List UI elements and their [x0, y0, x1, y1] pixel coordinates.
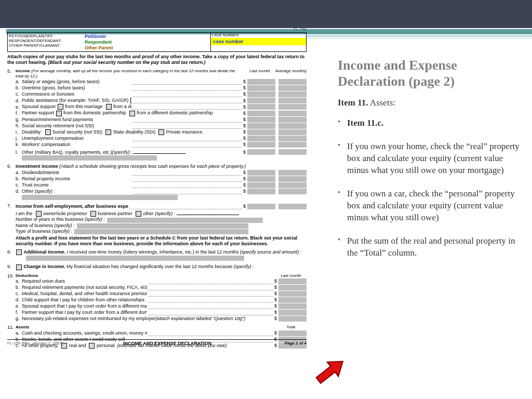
val-petitioner: Petitioner [85, 34, 209, 39]
svg-marker-0 [313, 354, 348, 388]
bullet-1: Item 11.c. [338, 117, 520, 129]
amount-box[interactable] [247, 79, 275, 85]
instructions: Attach copies of your pay stubs for the … [7, 54, 307, 65]
bullet-2: If you own your home, check the “real” p… [338, 141, 520, 177]
slide-text: Income and Expense Declaration (page 2) … [338, 57, 520, 271]
bullet-4: Put the sum of the real and personal pro… [338, 235, 520, 259]
section-8-additional: 8. Additional income. I received one-tim… [7, 249, 307, 261]
section-10-deductions: 10. DeductionsLast month a.Required unio… [7, 273, 307, 322]
form-footer: FL-150 [Rev. January 1, 2007] INCOME AND… [7, 339, 307, 347]
val-case: case number [211, 38, 306, 45]
checkbox[interactable] [130, 98, 131, 103]
val-respondent: Respondent [85, 39, 209, 45]
section-6-investment: 6. Investment income (Attach a schedule … [7, 164, 307, 200]
val-other: Other Parent [85, 45, 209, 51]
lbl-other: OTHER PARENT/CLAIMANT: [9, 43, 83, 48]
section-9-change: 9. Change in income. My financial situat… [7, 264, 307, 270]
section-7-selfemp: 7. Income from self-employment, after bu… [7, 203, 307, 246]
form-fl150: FL-150 PETITIONER/PLAINTIFF: RESPONDENT/… [7, 32, 307, 349]
lbl-case: CASE NUMBER: [211, 33, 306, 38]
red-arrow-icon [304, 346, 355, 397]
slide-top-bar [0, 0, 532, 28]
bullet-3: If you own a car, check the “personal” p… [338, 188, 520, 224]
lead-line: Item 11. Assets: [338, 98, 520, 108]
lbl-petitioner: PETITIONER/PLAINTIFF: [9, 34, 83, 38]
case-header: PETITIONER/PLAINTIFF: RESPONDENT/DEFENDA… [7, 32, 307, 52]
amount-box[interactable] [278, 79, 307, 85]
slide-title: Income and Expense Declaration (page 2) [338, 57, 520, 89]
lbl-respondent: RESPONDENT/DEFENDANT: [9, 38, 83, 43]
section-5-income: 5. Income (For average monthly, add up a… [7, 69, 307, 161]
form-number: FL-150 [294, 27, 307, 32]
